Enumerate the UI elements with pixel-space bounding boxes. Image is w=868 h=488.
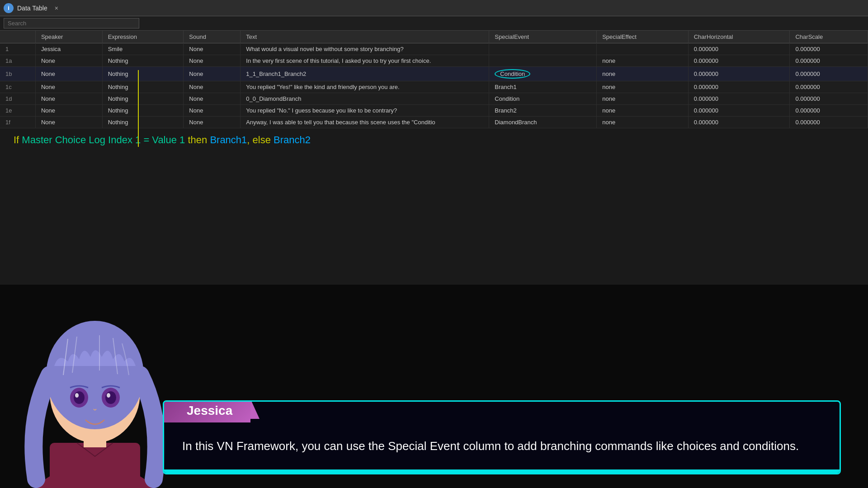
row-char-scale: 0.000000 [790, 105, 868, 117]
svg-point-10 [107, 393, 110, 398]
col-expression: Expression [102, 31, 184, 43]
row-sound: None [184, 67, 241, 81]
dialog-bottom-bar [164, 469, 840, 473]
col-specialeffect: SpecialEffect [597, 31, 689, 43]
character-sprite [0, 285, 190, 488]
branch1-text: Branch1 [210, 134, 247, 145]
row-id: 1b [0, 67, 35, 81]
branch-line [138, 70, 139, 147]
svg-point-7 [74, 391, 85, 404]
title-bar: i Data Table × [0, 0, 868, 16]
speaker-name: Jessica [187, 404, 232, 418]
row-specialeffect: none [597, 81, 689, 93]
row-specialeffect: none [597, 67, 689, 81]
row-specialevent: Branch2 [489, 105, 597, 117]
row-specialevent: Branch1 [489, 81, 597, 93]
row-specialevent: DiamondBranch [489, 117, 597, 128]
row-expression: Nothing [102, 55, 184, 67]
dialog-box: Jessica In this VN Framework, you can us… [163, 400, 841, 474]
row-specialeffect: none [597, 55, 689, 67]
row-speaker: None [35, 117, 102, 128]
table-row[interactable]: 1aNoneNothingNoneIn the very first scene… [0, 55, 868, 67]
row-char-horizontal: 0.000000 [688, 117, 790, 128]
row-speaker: Jessica [35, 43, 102, 55]
row-sound: None [184, 93, 241, 105]
row-sound: None [184, 55, 241, 67]
col-charhorizontal: CharHorizontal [688, 31, 790, 43]
row-text: In the very first scene of this tutorial… [241, 55, 489, 67]
row-id: 1d [0, 93, 35, 105]
table-row[interactable]: 1bNoneNothingNone1_1_Branch1_Branch2Cond… [0, 67, 868, 81]
row-char-horizontal: 0.000000 [688, 55, 790, 67]
col-specialevent: SpecialEvent [489, 31, 597, 43]
col-charscale: CharScale [790, 31, 868, 43]
row-char-horizontal: 0.000000 [688, 81, 790, 93]
window-title: Data Table [17, 5, 47, 12]
row-text: 0_0_DiamondBranch [241, 93, 489, 105]
row-id: 1 [0, 43, 35, 55]
app-icon: i [4, 3, 14, 13]
svg-rect-1 [50, 443, 140, 488]
if-statement: If Master Choice Log Index 1 = Value 1 t… [14, 133, 311, 147]
search-bar [0, 16, 868, 31]
search-input[interactable] [4, 18, 139, 28]
row-char-scale: 0.000000 [790, 67, 868, 81]
row-char-scale: 0.000000 [790, 55, 868, 67]
row-expression: Nothing [102, 93, 184, 105]
close-button[interactable]: × [55, 5, 58, 12]
row-char-horizontal: 0.000000 [688, 43, 790, 55]
table-row[interactable]: 1dNoneNothingNone0_0_DiamondBranchCondit… [0, 93, 868, 105]
col-id [0, 31, 35, 43]
row-char-scale: 0.000000 [790, 117, 868, 128]
row-specialeffect: none [597, 117, 689, 128]
table-row[interactable]: 1eNoneNothingNoneYou replied "No." I gue… [0, 105, 868, 117]
condition-text: Master Choice Log Index 1 = Value 1 [22, 134, 185, 145]
row-id: 1e [0, 105, 35, 117]
row-speaker: None [35, 81, 102, 93]
if-text: If [14, 134, 22, 145]
row-specialevent [489, 43, 597, 55]
row-char-scale: 0.000000 [790, 93, 868, 105]
col-text: Text [241, 31, 489, 43]
row-expression: Nothing [102, 67, 184, 81]
row-specialeffect [597, 43, 689, 55]
row-char-horizontal: 0.000000 [688, 105, 790, 117]
row-speaker: None [35, 93, 102, 105]
col-speaker: Speaker [35, 31, 102, 43]
row-speaker: None [35, 105, 102, 117]
dialog-text: In this VN Framework, you can use the Sp… [164, 424, 840, 473]
table-header-row: Speaker Expression Sound Text SpecialEve… [0, 31, 868, 43]
row-char-scale: 0.000000 [790, 81, 868, 93]
else-text: , else [247, 134, 274, 145]
row-text: What would a visual novel be without som… [241, 43, 489, 55]
character-svg [0, 285, 190, 488]
row-specialeffect: none [597, 105, 689, 117]
row-sound: None [184, 117, 241, 128]
data-table-area: Speaker Expression Sound Text SpecialEve… [0, 31, 868, 128]
row-specialevent [489, 55, 597, 67]
row-expression: Smile [102, 43, 184, 55]
table-row[interactable]: 1JessicaSmileNoneWhat would a visual nov… [0, 43, 868, 55]
row-id: 1a [0, 55, 35, 67]
then-text: then [185, 134, 210, 145]
row-specialevent: Condition [489, 67, 597, 81]
row-id: 1f [0, 117, 35, 128]
row-char-scale: 0.000000 [790, 43, 868, 55]
data-table: Speaker Expression Sound Text SpecialEve… [0, 31, 868, 128]
row-char-horizontal: 0.000000 [688, 93, 790, 105]
row-specialevent: Condition [489, 93, 597, 105]
col-sound: Sound [184, 31, 241, 43]
table-row[interactable]: 1cNoneNothingNoneYou replied "Yes!" like… [0, 81, 868, 93]
svg-point-9 [75, 393, 79, 398]
table-row[interactable]: 1fNoneNothingNoneAnyway, I was able to t… [0, 117, 868, 128]
branch2-text: Branch2 [274, 134, 311, 145]
name-tag: Jessica [164, 400, 250, 422]
row-sound: None [184, 81, 241, 93]
row-id: 1c [0, 81, 35, 93]
row-text: You replied "Yes!" like the kind and fri… [241, 81, 489, 93]
row-sound: None [184, 43, 241, 55]
row-specialeffect: none [597, 93, 689, 105]
row-expression: Nothing [102, 81, 184, 93]
row-expression: Nothing [102, 105, 184, 117]
row-text: 1_1_Branch1_Branch2 [241, 67, 489, 81]
